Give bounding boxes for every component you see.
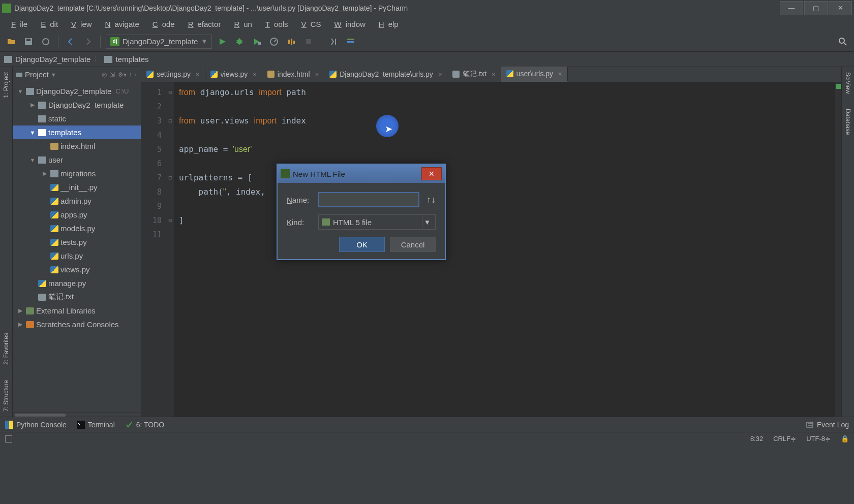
menu-refactor[interactable]: Refactor: [180, 18, 225, 30]
menu-vcs[interactable]: VCS: [293, 18, 325, 30]
menu-run[interactable]: Run: [226, 18, 256, 30]
close-window-button[interactable]: ✕: [829, 1, 852, 15]
structure-tool-button[interactable]: 7: Structure: [3, 380, 10, 412]
project-tool-button[interactable]: 1: Project: [3, 72, 10, 98]
locate-icon[interactable]: ◎: [102, 71, 107, 78]
tree-arrow-icon[interactable]: ▶: [41, 170, 48, 177]
tree-item[interactable]: ▶External Libraries: [13, 304, 141, 318]
close-tab-icon[interactable]: ×: [492, 71, 496, 78]
sync-icon[interactable]: [39, 35, 53, 49]
close-tab-icon[interactable]: ×: [438, 71, 442, 78]
line-separator[interactable]: CRLF≑: [773, 435, 796, 443]
tree-arrow-icon[interactable]: ▼: [17, 88, 24, 94]
database-tool-button[interactable]: Database: [844, 109, 851, 135]
tree-arrow-icon[interactable]: ▶: [17, 321, 24, 328]
menu-view[interactable]: View: [63, 18, 96, 30]
favorites-tool-button[interactable]: 2: Favorites: [3, 333, 10, 365]
save-icon[interactable]: [21, 35, 36, 49]
forward-icon[interactable]: [81, 35, 95, 49]
tree-item[interactable]: static: [13, 112, 141, 125]
tree-item[interactable]: tests.py: [13, 235, 141, 249]
tree-item[interactable]: admin.py: [13, 194, 141, 208]
editor-tab[interactable]: 笔记.txt×: [447, 67, 501, 82]
tree-item[interactable]: apps.py: [13, 208, 141, 222]
tree-arrow-icon[interactable]: ▼: [29, 157, 36, 163]
tree-item[interactable]: __init__.py: [13, 180, 141, 194]
tree-item[interactable]: ▶Scratches and Consoles: [13, 318, 141, 331]
run-coverage-icon[interactable]: [250, 35, 264, 49]
debug-button[interactable]: [232, 35, 247, 49]
menu-window[interactable]: Window: [326, 18, 369, 30]
terminal-button[interactable]: Terminal: [77, 421, 115, 429]
tree-item[interactable]: ▶migrations: [13, 167, 141, 180]
code-editor[interactable]: from django.urls import path from user.v…: [174, 82, 835, 417]
file-encoding[interactable]: UTF-8≑: [806, 435, 831, 443]
hide-icon[interactable]: ⁝→: [130, 71, 138, 78]
profile-icon[interactable]: [267, 35, 281, 49]
menu-navigate[interactable]: Navigate: [97, 18, 143, 30]
back-icon[interactable]: [64, 35, 78, 49]
menu-code[interactable]: Code: [144, 18, 179, 30]
sciview-tool-button[interactable]: SciView: [844, 72, 851, 93]
event-log-button[interactable]: Event Log: [806, 421, 849, 429]
maximize-button[interactable]: ▢: [804, 1, 828, 15]
tree-item[interactable]: ▼DjangoDay2_templateC:\U: [13, 84, 141, 98]
tree-arrow-icon[interactable]: ▶: [17, 307, 24, 314]
run-configuration-selector[interactable]: dj DjangoDay2_template ▼: [106, 35, 212, 49]
tree-item[interactable]: models.py: [13, 222, 141, 235]
dropdown-icon[interactable]: ▼: [422, 215, 432, 229]
tree-arrow-icon[interactable]: ▶: [29, 102, 36, 108]
editor-tab[interactable]: user\urls.py×: [501, 67, 568, 82]
attach-icon[interactable]: [284, 35, 298, 49]
expand-all-icon[interactable]: ⇲: [110, 71, 115, 78]
close-tab-icon[interactable]: ×: [253, 71, 257, 78]
open-file-icon[interactable]: [4, 35, 18, 49]
tree-item[interactable]: ▶DjangoDay2_template: [13, 98, 141, 112]
close-tab-icon[interactable]: ×: [558, 70, 562, 78]
todo-button[interactable]: 6: TODO: [125, 421, 165, 429]
breadcrumb-item[interactable]: templates: [115, 55, 148, 64]
minimize-button[interactable]: —: [780, 1, 803, 15]
tree-item[interactable]: views.py: [13, 263, 141, 276]
tree-item[interactable]: index.html: [13, 139, 141, 153]
dialog-title-bar[interactable]: New HTML File ✕: [278, 165, 445, 183]
sort-arrows-icon[interactable]: ↑↓: [426, 195, 436, 205]
tree-item[interactable]: manage.py: [13, 276, 141, 290]
cancel-button[interactable]: Cancel: [390, 237, 436, 252]
python-console-button[interactable]: Python Console: [5, 421, 67, 429]
project-horizontal-scrollbar[interactable]: [13, 413, 141, 417]
menu-edit[interactable]: Edit: [33, 18, 62, 30]
editor-tab[interactable]: settings.py×: [141, 67, 205, 82]
tree-item[interactable]: urls.py: [13, 249, 141, 263]
run-button[interactable]: [215, 35, 229, 49]
gear-icon[interactable]: ⚙▾: [118, 71, 127, 78]
kind-selector[interactable]: HTML 5 file ▼: [318, 214, 436, 230]
tree-item[interactable]: ▼templates: [13, 125, 141, 139]
search-everywhere-icon[interactable]: [836, 35, 850, 49]
tree-item[interactable]: 笔记.txt: [13, 290, 141, 304]
tree-arrow-icon[interactable]: ▼: [29, 130, 36, 136]
editor-tab[interactable]: views.py×: [205, 67, 262, 82]
dialog-close-button[interactable]: ✕: [421, 167, 442, 180]
project-panel-title[interactable]: Project ▼: [16, 70, 99, 79]
stop-button[interactable]: [301, 35, 316, 49]
caret-position[interactable]: 8:32: [750, 435, 763, 443]
ok-button[interactable]: OK: [339, 237, 385, 252]
editor-tab[interactable]: index.html×: [262, 67, 324, 82]
name-input[interactable]: [318, 192, 419, 207]
project-tree[interactable]: ▼DjangoDay2_templateC:\U▶DjangoDay2_temp…: [13, 82, 141, 413]
menu-tools[interactable]: Tools: [257, 18, 292, 30]
editor-tab[interactable]: DjangoDay2_template\urls.py×: [324, 67, 447, 82]
settings-icon[interactable]: [344, 35, 358, 49]
vcs-icon[interactable]: [326, 35, 341, 49]
close-tab-icon[interactable]: ×: [315, 71, 319, 78]
fold-gutter[interactable]: ⊟ ⊟ ⊟ ⊟: [167, 82, 174, 417]
error-stripe[interactable]: [835, 82, 841, 417]
tree-item[interactable]: ▼user: [13, 153, 141, 167]
readonly-lock-icon[interactable]: 🔒: [841, 435, 849, 443]
breadcrumb-item[interactable]: DjangoDay2_template: [15, 55, 90, 64]
tool-window-quick-access-icon[interactable]: [5, 435, 12, 443]
menu-help[interactable]: Help: [371, 18, 403, 30]
menu-file[interactable]: File: [3, 18, 32, 30]
close-tab-icon[interactable]: ×: [196, 71, 200, 78]
